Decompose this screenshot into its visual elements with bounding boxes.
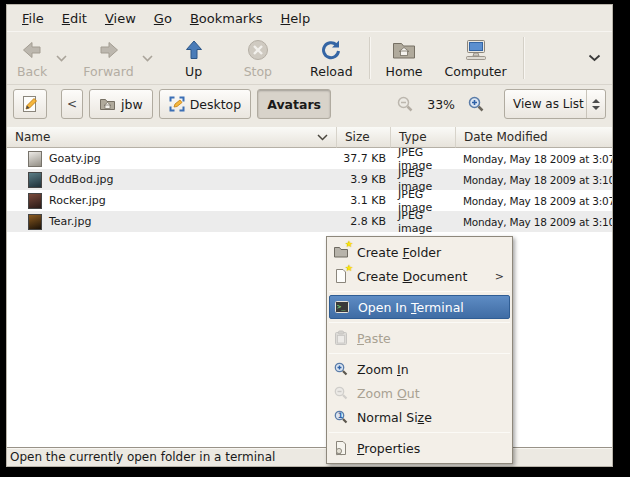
file-thumbnail (28, 214, 42, 230)
view-mode-value: View as List (505, 97, 586, 111)
zoom-out-icon[interactable] (396, 95, 415, 114)
paste-clipboard-icon (332, 329, 350, 347)
path-scroll-left-button[interactable]: < (61, 89, 83, 119)
desktop-icon (169, 96, 185, 112)
normal-size-icon: 1 (332, 408, 350, 426)
toolbar: Back Forward Up Stop Reload (7, 31, 612, 85)
status-bar: Open the currently open folder in a term… (7, 447, 612, 466)
menu-separator (329, 432, 510, 433)
home-folder-icon (391, 37, 417, 63)
menu-separator (329, 322, 510, 323)
edit-location-icon (20, 94, 40, 114)
menubar: File Edit View Go Bookmarks Help (7, 5, 612, 31)
file-thumbnail (28, 172, 42, 188)
menu-go[interactable]: Go (145, 7, 181, 30)
path-button-desktop[interactable]: Desktop (159, 89, 252, 119)
create-folder-icon: ★ (332, 243, 350, 261)
menu-item-label: Properties (357, 441, 420, 456)
toolbar-separator (369, 37, 370, 79)
menu-item-label: Create Document (357, 269, 467, 284)
file-thumbnail (28, 151, 42, 167)
zoom-in-icon (332, 360, 350, 378)
back-arrow-icon (20, 37, 44, 63)
file-row-oddbod[interactable]: OddBod.jpg 3.9 KB JPEG image Monday, May… (7, 169, 612, 190)
svg-text:1: 1 (338, 411, 343, 420)
menu-view[interactable]: View (96, 7, 145, 30)
computer-button[interactable]: Computer (439, 35, 513, 81)
up-button[interactable]: Up (176, 35, 212, 81)
file-list: Name Size Type Date Modified Goaty.jpg 3… (7, 127, 612, 447)
forward-arrow-icon (97, 37, 121, 63)
menu-item-label: Zoom In (357, 362, 409, 377)
column-header-size[interactable]: Size (337, 127, 391, 148)
path-button-avatars[interactable]: Avatars (257, 89, 331, 119)
svg-text:>_: >_ (337, 303, 346, 311)
column-header-name[interactable]: Name (7, 127, 337, 148)
file-row-rocker[interactable]: Rocker.jpg 3.1 KB JPEG image Monday, May… (7, 190, 612, 211)
submenu-arrow-icon: > (495, 270, 504, 283)
zoom-in-icon[interactable] (467, 95, 486, 114)
menu-help[interactable]: Help (272, 7, 320, 30)
terminal-icon: >_ (333, 298, 351, 316)
spinner-up-icon (592, 99, 600, 103)
reload-icon (319, 37, 343, 63)
toolbar-separator (523, 37, 524, 79)
menu-item-label: Paste (357, 331, 391, 346)
toggle-location-entry-button[interactable] (13, 89, 47, 119)
menu-file[interactable]: File (13, 7, 53, 30)
list-header: Name Size Type Date Modified (7, 127, 612, 148)
menu-item-label: Zoom Out (357, 386, 420, 401)
path-button-jbw[interactable]: jbw (89, 89, 153, 119)
zoom-level-label: 33% (421, 97, 461, 112)
stop-icon (246, 37, 270, 63)
menu-item-properties[interactable]: Properties (328, 436, 511, 460)
properties-icon (332, 439, 350, 457)
home-folder-small-icon (99, 97, 116, 112)
menu-item-create-document[interactable]: ★ Create Document > (328, 264, 511, 288)
location-bar: < jbw Desktop Avatars 33% View as List (7, 85, 612, 123)
file-thumbnail (28, 193, 42, 209)
forward-dropdown-chevron[interactable] (140, 38, 156, 78)
zoom-out-icon (332, 384, 350, 402)
menu-item-label: Open In Terminal (358, 300, 464, 315)
menu-item-label: Normal Size (357, 410, 432, 425)
context-menu: ★ Create Folder ★ Create Document > >_ O… (326, 236, 513, 464)
file-row-tear[interactable]: Tear.jpg 2.8 KB JPEG image Monday, May 1… (7, 211, 612, 232)
toolbar-overflow-chevron[interactable] (586, 38, 602, 78)
file-row-goaty[interactable]: Goaty.jpg 37.7 KB JPEG image Monday, May… (7, 148, 612, 169)
menu-item-create-folder[interactable]: ★ Create Folder (328, 240, 511, 264)
menu-item-paste[interactable]: Paste (328, 326, 511, 350)
status-text: Open the currently open folder in a term… (10, 450, 275, 464)
spinner-down-icon (592, 106, 600, 110)
menu-item-zoom-out[interactable]: Zoom Out (328, 381, 511, 405)
menu-item-zoom-in[interactable]: Zoom In (328, 357, 511, 381)
view-mode-spinner (586, 90, 605, 118)
sort-descending-icon (317, 134, 328, 141)
menu-separator (329, 291, 510, 292)
home-button[interactable]: Home (380, 35, 429, 81)
menu-item-open-in-terminal[interactable]: >_ Open In Terminal (329, 295, 510, 319)
back-button[interactable]: Back (11, 35, 53, 81)
stop-button[interactable]: Stop (238, 35, 278, 81)
up-arrow-icon (182, 37, 206, 63)
menu-bookmarks[interactable]: Bookmarks (181, 7, 272, 30)
back-dropdown-chevron[interactable] (53, 38, 69, 78)
menu-edit[interactable]: Edit (53, 7, 96, 30)
menu-item-label: Create Folder (357, 245, 441, 260)
chevron-left-icon: < (67, 97, 77, 111)
computer-icon (462, 37, 490, 63)
reload-button[interactable]: Reload (304, 35, 359, 81)
file-manager-window: File Edit View Go Bookmarks Help Back Fo… (6, 4, 613, 467)
menu-separator (329, 353, 510, 354)
view-mode-select[interactable]: View as List (504, 89, 606, 119)
column-header-date-modified[interactable]: Date Modified (456, 127, 612, 148)
forward-button[interactable]: Forward (77, 35, 139, 81)
create-document-icon: ★ (332, 267, 350, 285)
menu-item-normal-size[interactable]: 1 Normal Size (328, 405, 511, 429)
